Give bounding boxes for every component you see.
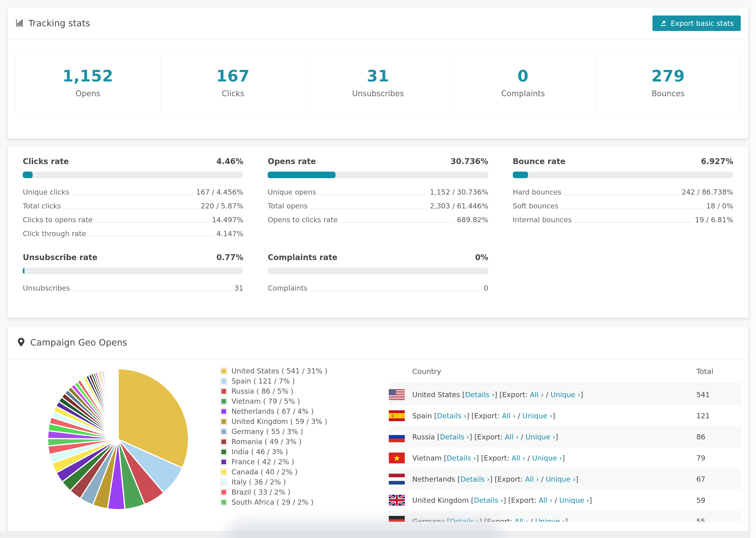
gb-flag-icon [389, 495, 405, 506]
detail-value: 242 / 86.738% [681, 188, 733, 196]
legend-swatch [220, 408, 227, 415]
detail-value: 0 [484, 284, 488, 292]
legend-label: United Kingdom ( 59 / 3% ) [232, 417, 327, 426]
export-all-link[interactable]: All › [512, 454, 525, 462]
geo-pie-chart [41, 362, 195, 517]
column-header-country: Country [389, 367, 696, 376]
legend-label: United States ( 541 / 31% ) [232, 367, 327, 375]
legend-swatch [220, 368, 227, 375]
tracking-stats-card: Tracking stats Export basic stats 1,152O… [8, 7, 748, 139]
rate-detail-row: Hard bounces242 / 86.738% [513, 185, 733, 199]
export-unique-link[interactable]: Unique › [551, 391, 580, 399]
rate-section-bounce-rate: Bounce rate6.927%Hard bounces242 / 86.73… [513, 157, 733, 241]
rate-progress-bar [513, 172, 733, 178]
rate-detail-row: Internal bounces19 / 6.81% [513, 213, 733, 227]
page-scrollbar[interactable] [750, 0, 756, 538]
rate-progress-bar [23, 172, 243, 178]
geo-table-header: Country Total [389, 359, 741, 384]
detail-value: 4.147% [216, 230, 243, 238]
legend-item: Brazil ( 33 / 2% ) [220, 487, 327, 497]
details-link[interactable]: Details › [437, 412, 466, 420]
rate-section-unsubscribe-rate: Unsubscribe rate0.77%Unsubscribes31 [23, 253, 243, 295]
export-unique-link[interactable]: Unique › [525, 433, 555, 441]
stat-label: Bounces [652, 89, 684, 98]
table-row-spain: Spain [Details ›] [Export: All › / Uniqu… [389, 405, 741, 426]
export-all-link[interactable]: All › [514, 517, 528, 522]
rates-card: Clicks rate4.46%Unique clicks167 / 4.456… [8, 146, 748, 318]
dotted-leader [575, 222, 692, 223]
geo-pie-legend: United States ( 541 / 31% )Spain ( 121 /… [220, 366, 327, 507]
export-all-link[interactable]: All › [502, 412, 515, 420]
rate-title: Clicks rate [23, 157, 69, 166]
rate-title: Complaints rate [268, 253, 337, 262]
vn-flag-icon [389, 453, 405, 463]
detail-label: Total opens [268, 202, 307, 210]
legend-swatch [220, 388, 227, 395]
export-all-link[interactable]: All › [525, 475, 539, 483]
detail-label: Complaints [268, 284, 307, 292]
legend-item: Italy ( 36 / 2% ) [220, 477, 327, 487]
rate-percent: 6.927% [701, 157, 733, 166]
dotted-leader [341, 222, 454, 223]
rate-detail-row: Unique clicks167 / 4.456% [23, 185, 243, 199]
details-link[interactable]: Details › [460, 475, 490, 483]
legend-item: France ( 42 / 2% ) [220, 457, 327, 467]
rate-detail-row: Unique opens1,152 / 30.736% [268, 185, 488, 199]
legend-swatch [220, 428, 227, 435]
stat-label: Clicks [222, 89, 244, 98]
legend-item: Netherlands ( 67 / 4% ) [220, 406, 327, 416]
detail-value: 220 / 5.87% [201, 202, 243, 210]
country-cell: Spain [Details ›] [Export: All › / Uniqu… [412, 412, 696, 420]
details-link[interactable]: Details › [447, 454, 476, 462]
export-unique-link[interactable]: Unique › [522, 412, 552, 420]
detail-label: Hard bounces [513, 188, 561, 196]
export-unique-link[interactable]: Unique › [535, 517, 565, 522]
legend-item: Russia ( 86 / 5% ) [220, 386, 327, 396]
dotted-leader [89, 236, 213, 237]
legend-label: Germany ( 55 / 3% ) [232, 427, 303, 436]
stat-cell-unsubscribes: 31Unsubscribes [305, 50, 451, 115]
legend-item: Vietnam ( 79 / 5% ) [220, 396, 327, 406]
export-icon [660, 19, 667, 28]
dotted-leader [565, 194, 678, 195]
geo-table-body: United States [Details ›] [Export: All ›… [389, 384, 741, 522]
total-cell: 86 [696, 433, 741, 441]
rate-percent: 30.736% [451, 157, 488, 166]
legend-item: Canada ( 40 / 2% ) [220, 467, 327, 477]
export-unique-link[interactable]: Unique › [559, 496, 589, 505]
export-unique-link[interactable]: Unique › [546, 475, 575, 483]
details-link[interactable]: Details › [474, 496, 503, 505]
legend-swatch [220, 448, 227, 456]
details-link[interactable]: Details › [465, 391, 495, 399]
rate-progress-bar [268, 172, 488, 178]
country-cell: United States [Details ›] [Export: All ›… [412, 391, 696, 399]
rate-section-complaints-rate: Complaints rate0%Complaints0 [268, 253, 488, 295]
legend-swatch [220, 438, 227, 445]
detail-value: 19 / 6.81% [695, 216, 733, 224]
legend-swatch [220, 378, 227, 385]
stat-cell-complaints: 0Complaints [450, 50, 595, 115]
legend-swatch [220, 489, 227, 496]
dotted-leader [319, 194, 427, 195]
detail-label: Click through rate [23, 230, 86, 238]
rate-title: Opens rate [268, 157, 316, 166]
es-flag-icon [389, 410, 405, 421]
table-row-netherlands: Netherlands [Details ›] [Export: All › /… [389, 468, 741, 490]
detail-label: Clicks to opens rate [23, 216, 92, 224]
rate-percent: 4.46% [216, 157, 243, 166]
legend-item: Spain ( 121 / 7% ) [220, 376, 327, 386]
legend-label: Romania ( 49 / 3% ) [232, 438, 301, 446]
export-basic-stats-button[interactable]: Export basic stats [652, 16, 741, 31]
table-row-united-states: United States [Details ›] [Export: All ›… [389, 384, 741, 405]
detail-label: Total clicks [23, 202, 61, 210]
legend-swatch [220, 479, 227, 486]
details-link[interactable]: Details › [440, 433, 469, 441]
export-unique-link[interactable]: Unique › [532, 454, 562, 462]
stat-cell-opens: 1,152Opens [16, 50, 160, 115]
dotted-leader [562, 208, 703, 209]
rate-percent: 0.77% [216, 253, 243, 262]
export-all-link[interactable]: All › [539, 496, 553, 505]
export-all-link[interactable]: All › [530, 391, 544, 399]
export-all-link[interactable]: All › [505, 433, 519, 441]
legend-label: Canada ( 40 / 2% ) [232, 468, 297, 476]
